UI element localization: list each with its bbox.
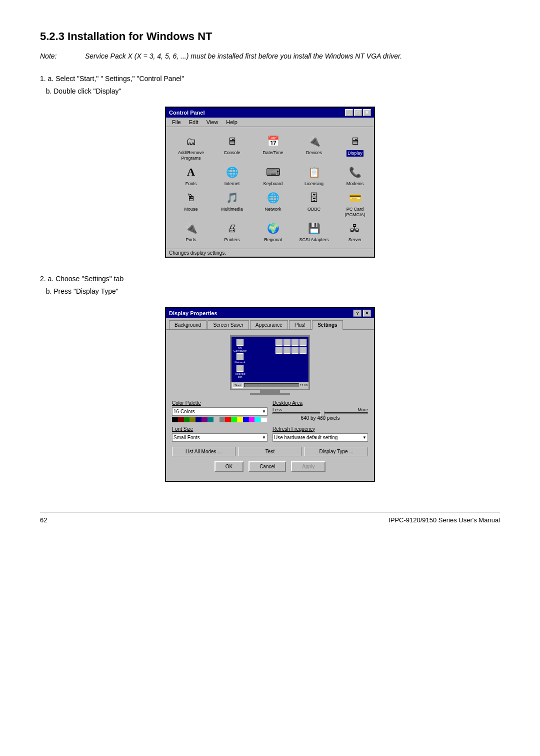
ports-icon: 🔌 <box>183 220 199 236</box>
display-icon: 🖥 <box>347 133 363 149</box>
icon-label-regional: Regional <box>264 237 282 243</box>
manual-title: IPPC-9120/9150 Series User's Manual <box>388 516 500 524</box>
help-button[interactable]: ? <box>354 310 362 317</box>
icon-licensing[interactable]: 📋 Licensing <box>295 164 333 187</box>
step-1-text: 1. a. Select "Start," " Settings," "Cont… <box>40 73 500 98</box>
preview-taskbar-area <box>244 383 299 387</box>
fonts-icon: A <box>183 164 199 180</box>
icon-keyboard[interactable]: ⌨ Keyboard <box>254 164 292 187</box>
refresh-freq-arrow: ▼ <box>362 435 366 440</box>
color-lime <box>231 417 237 422</box>
icon-scsi[interactable]: 💾 SCSI Adapters <box>295 220 333 243</box>
desktop-area-slider[interactable] <box>272 412 368 414</box>
icon-label-server: Server <box>348 237 362 243</box>
test-button[interactable]: Test <box>238 447 302 456</box>
icon-pccard[interactable]: 💳 PC Card(PCMCIA) <box>336 190 374 218</box>
color-palette-select[interactable]: 16 Colors ▼ <box>172 407 268 416</box>
preview-right-area <box>276 339 306 354</box>
note-block: Note: Service Pack X (X = 3, 4, 5, 6, ..… <box>40 51 500 62</box>
tab-plus[interactable]: Plus! <box>289 320 311 329</box>
control-panel-screenshot: Control Panel _ □ ✕ File Edit View Help <box>40 107 500 258</box>
tab-screensaver[interactable]: Screen Saver <box>208 320 249 329</box>
icon-regional[interactable]: 🌍 Regional <box>254 220 292 243</box>
refresh-freq-select[interactable]: Use hardware default setting ▼ <box>272 433 368 442</box>
apply-button[interactable]: Apply <box>291 461 326 472</box>
menu-help[interactable]: Help <box>222 119 242 126</box>
font-size-label: Font Size <box>172 426 268 432</box>
tab-settings[interactable]: Settings <box>312 320 342 330</box>
minimize-button[interactable]: _ <box>345 109 353 116</box>
modems-icon: 📞 <box>347 164 363 180</box>
preview-icon-2: Network <box>234 353 246 364</box>
icon-odbc[interactable]: 🗄 ODBC <box>295 190 333 218</box>
menu-file[interactable]: File <box>168 119 185 126</box>
licensing-icon: 📋 <box>306 164 322 180</box>
maximize-button[interactable]: □ <box>354 109 362 116</box>
color-teal <box>208 417 214 422</box>
icon-label-console: Console <box>224 150 240 156</box>
desktop-area-label: Desktop Area <box>272 400 368 406</box>
color-aqua <box>254 417 260 422</box>
icon-fonts[interactable]: A Fonts <box>172 164 210 187</box>
icon-datetime[interactable]: 📅 Date/Time <box>254 133 292 161</box>
step-1a: a. Select "Start," " Settings," "Control… <box>48 75 184 83</box>
monitor-base-container <box>230 393 310 395</box>
close-icon[interactable]: ✕ <box>363 310 371 317</box>
icon-console[interactable]: 🖥 Console <box>213 133 251 161</box>
icon-mouse[interactable]: 🖱 Mouse <box>172 190 210 218</box>
devices-icon: 🔌 <box>306 133 322 149</box>
refresh-freq-label: Refresh Frequency <box>272 426 368 432</box>
refresh-freq-value: Use hardware default setting <box>274 435 338 440</box>
font-size-select[interactable]: Small Fonts ▼ <box>172 433 268 442</box>
preview-small-win-5 <box>276 347 282 354</box>
cancel-button[interactable]: Cancel <box>248 461 286 472</box>
color-white <box>260 417 268 422</box>
monitor-base <box>250 393 290 395</box>
slider-thumb <box>320 411 324 417</box>
menu-view[interactable]: View <box>202 119 222 126</box>
preview-small-win-4 <box>300 339 306 346</box>
ok-button[interactable]: OK <box>214 461 244 472</box>
color-darkgreen <box>184 417 190 422</box>
list-all-modes-button[interactable]: List All Modes ... <box>172 447 236 456</box>
preview-icon-1: MyComputer <box>234 339 246 352</box>
icon-label-scsi: SCSI Adapters <box>299 237 328 243</box>
tab-background[interactable]: Background <box>169 320 206 329</box>
icon-server[interactable]: 🖧 Server <box>336 220 374 243</box>
step-1-label: 1. <box>40 75 46 83</box>
preview-icon-box-3 <box>236 365 244 372</box>
dialog-main-buttons: OK Cancel Apply <box>172 461 368 476</box>
icon-devices[interactable]: 🔌 Devices <box>295 133 333 161</box>
section-heading: 5.2.3 Installation for Windows NT <box>40 30 500 43</box>
control-panel-content: 🗂 Add/RemovePrograms 🖥 Console 📅 Date/Ti… <box>166 127 374 249</box>
close-button[interactable]: ✕ <box>363 109 371 116</box>
icon-modems[interactable]: 📞 Modems <box>336 164 374 187</box>
icon-internet[interactable]: 🌐 Internet <box>213 164 251 187</box>
icon-ports[interactable]: 🔌 Ports <box>172 220 210 243</box>
icon-network[interactable]: 🌐 Network <box>254 190 292 218</box>
preview-icon-box-2 <box>236 353 244 360</box>
icon-add-remove[interactable]: 🗂 Add/RemovePrograms <box>172 133 210 161</box>
icon-multimedia[interactable]: 🎵 Multimedia <box>213 190 251 218</box>
printers-icon: 🖨 <box>224 220 240 236</box>
icon-label-network: Network <box>264 207 281 212</box>
icon-label-ports: Ports <box>186 237 196 243</box>
display-props-body: MyComputer Network RecycleBin <box>166 330 374 481</box>
desktop-area-section: Desktop Area Less More 640 by 480 pixels <box>272 400 368 422</box>
control-panel-menubar: File Edit View Help <box>166 118 374 127</box>
preview-monitor: MyComputer Network RecycleBin <box>230 335 310 390</box>
display-type-button[interactable]: Display Type ... <box>304 447 368 456</box>
icon-display[interactable]: 🖥 Display <box>336 133 374 161</box>
datetime-icon: 📅 <box>265 133 281 149</box>
multimedia-icon: 🎵 <box>224 190 240 206</box>
icon-label-modems: Modems <box>346 181 364 187</box>
menu-edit[interactable]: Edit <box>185 119 202 126</box>
preview-taskbar: Start 12:00 <box>232 382 308 389</box>
icon-printers[interactable]: 🖨 Printers <box>213 220 251 243</box>
desktop-area-slider-row <box>272 412 368 414</box>
icon-label-odbc: ODBC <box>308 207 320 212</box>
slider-more-label: More <box>358 407 368 412</box>
console-icon: 🖥 <box>224 133 240 149</box>
tab-appearance[interactable]: Appearance <box>250 320 288 329</box>
step-2: 2. a. Choose "Settings" tab b. Press "Di… <box>40 273 500 481</box>
